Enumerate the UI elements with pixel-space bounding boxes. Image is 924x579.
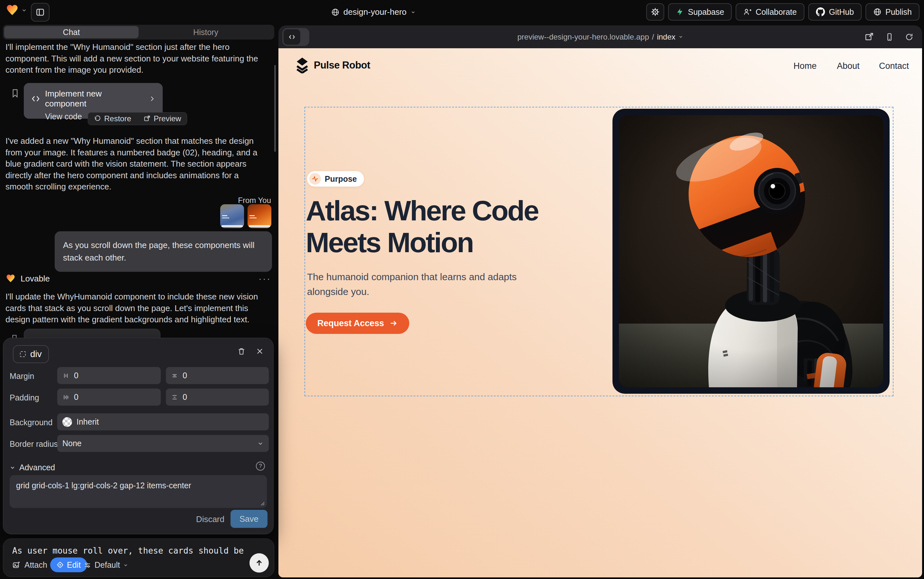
component-card-title: Implement new component — [45, 89, 140, 109]
close-inspector-button[interactable] — [256, 347, 264, 355]
chevron-down-icon — [123, 563, 128, 568]
publish-globe-icon — [873, 8, 882, 16]
arrow-right-icon — [389, 319, 398, 327]
supabase-button[interactable]: Supabase — [668, 3, 732, 21]
close-icon — [256, 347, 264, 355]
open-external-button[interactable] — [864, 32, 874, 42]
message-menu-ellipsis-icon[interactable]: ··· — [258, 273, 271, 284]
restore-button[interactable]: Restore — [94, 114, 131, 123]
project-switcher[interactable]: design-your-hero — [331, 0, 416, 24]
classes-value: grid grid-cols-1 lg:grid-cols-2 gap-12 i… — [16, 481, 191, 490]
globe-icon — [331, 8, 340, 16]
project-name: design-your-hero — [343, 7, 407, 17]
chevron-down-icon — [678, 34, 683, 39]
hero-image-card — [612, 109, 890, 394]
background-label: Background — [10, 418, 52, 427]
element-inspector-panel: div Margin 0 0 Padding 0 0 Background In… — [3, 338, 274, 534]
margin-label: Margin — [10, 371, 34, 381]
padding-y-icon — [171, 394, 178, 401]
margin-x-icon — [62, 372, 69, 379]
assistant-message: I'll update the WhyHumanoid component to… — [5, 291, 264, 325]
nav-link-about[interactable]: About — [837, 61, 860, 71]
mode-selector[interactable]: Default — [83, 560, 128, 570]
background-value: Inherit — [77, 417, 99, 427]
request-access-button[interactable]: Request Access — [306, 312, 409, 334]
chevron-down-icon — [257, 440, 264, 447]
background-input[interactable]: Inherit — [57, 413, 269, 430]
robot-image — [619, 115, 883, 387]
image-attach-icon — [12, 561, 21, 569]
margin-x-input[interactable]: 0 — [57, 367, 161, 384]
collaborate-label: Collaborate — [756, 7, 797, 17]
save-button[interactable]: Save — [230, 510, 268, 528]
publish-label: Publish — [885, 7, 912, 17]
pulse-icon — [309, 173, 321, 185]
user-message-bubble: As you scroll down the page, these compo… — [55, 231, 272, 272]
code-icon — [31, 94, 41, 103]
delete-element-button[interactable] — [237, 347, 246, 355]
nav-link-home[interactable]: Home — [793, 61, 816, 71]
target-icon — [57, 561, 64, 568]
collaborate-button[interactable]: Collaborate — [736, 3, 805, 21]
settings-button[interactable] — [646, 3, 664, 21]
resize-handle-icon[interactable] — [259, 500, 265, 506]
sidebar-toggle-button[interactable] — [31, 3, 49, 21]
sliders-icon — [83, 561, 91, 569]
padding-y-input[interactable]: 0 — [166, 389, 269, 406]
attachment-thumbnail-blue[interactable] — [220, 204, 244, 228]
github-label: GitHub — [829, 7, 854, 17]
selected-element-chip[interactable]: div — [13, 345, 49, 363]
assistant-header: Lovable ··· — [6, 273, 271, 284]
trash-icon — [237, 347, 246, 355]
tab-chat[interactable]: Chat — [4, 26, 139, 38]
padding-x-input[interactable]: 0 — [57, 389, 161, 406]
border-radius-label: Border radius — [10, 439, 58, 449]
preview-label: Preview — [153, 114, 181, 123]
edit-mode-button[interactable]: Edit — [50, 558, 87, 572]
hero-heading: Atlas: Where Code Meets Motion — [306, 195, 573, 258]
refresh-button[interactable] — [905, 33, 914, 41]
chat-input[interactable]: As user mouse roll over, these cards sho… — [12, 546, 256, 556]
nav-link-contact[interactable]: Contact — [879, 61, 909, 71]
attachment-thumbnail-orange[interactable] — [248, 204, 271, 228]
hero-subtitle: The humanoid companion that learns and a… — [307, 270, 532, 299]
restore-icon — [94, 115, 101, 122]
preview-page: index — [657, 33, 675, 41]
margin-y-input[interactable]: 0 — [166, 367, 269, 384]
classes-textarea[interactable]: grid grid-cols-1 lg:grid-cols-2 gap-12 i… — [10, 475, 267, 508]
mobile-view-button[interactable] — [885, 33, 894, 41]
purpose-badge-label: Purpose — [325, 174, 357, 184]
padding-x-icon — [62, 394, 69, 401]
github-icon — [816, 7, 825, 16]
discard-button[interactable]: Discard — [196, 514, 224, 524]
preview-button[interactable]: Preview — [144, 114, 181, 123]
from-you-label: From You — [238, 196, 271, 205]
chat-history-tabs: Chat History — [3, 25, 274, 39]
tab-history[interactable]: History — [139, 26, 273, 38]
chat-scrollbar[interactable] — [274, 65, 276, 152]
request-access-label: Request Access — [317, 319, 384, 329]
github-button[interactable]: GitHub — [808, 3, 862, 21]
lovable-heart-logo-icon[interactable] — [6, 4, 19, 17]
preview-url-bar[interactable]: preview--design-your-hero.lovable.app / … — [278, 25, 922, 48]
attach-label: Attach — [24, 560, 47, 570]
advanced-section-toggle[interactable]: Advanced — [10, 463, 55, 472]
send-button[interactable] — [250, 553, 269, 572]
attach-button[interactable]: Attach — [12, 560, 47, 570]
top-bar: design-your-hero Supabase Collaborate — [0, 0, 924, 24]
margin-x-value: 0 — [74, 371, 78, 380]
lovable-heart-avatar-icon — [6, 274, 15, 283]
workspace-chevron-down-icon[interactable] — [21, 7, 27, 13]
external-link-icon — [144, 115, 150, 122]
advanced-label: Advanced — [19, 463, 55, 472]
assistant-message: I've added a new "Why Humanoid" section … — [5, 136, 264, 193]
help-icon[interactable]: ? — [256, 461, 265, 471]
mode-label: Default — [95, 560, 120, 570]
arrow-up-icon — [255, 558, 264, 568]
site-brand[interactable]: Pulse Robot — [295, 57, 370, 74]
project-chevron-down-icon — [411, 10, 416, 15]
border-radius-select[interactable]: None — [57, 435, 269, 452]
chevron-right-icon — [149, 95, 156, 102]
publish-button[interactable]: Publish — [865, 3, 919, 21]
bookmark-icon[interactable] — [10, 88, 20, 98]
